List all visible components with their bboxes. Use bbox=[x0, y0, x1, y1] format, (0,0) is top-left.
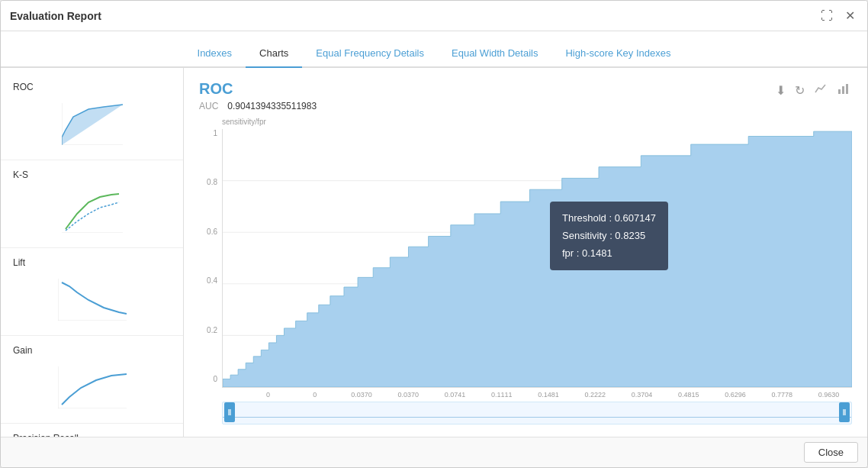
y-tick-08: 0.8 bbox=[207, 178, 217, 186]
range-handle-left[interactable] bbox=[224, 402, 235, 422]
divider-4 bbox=[1, 423, 183, 424]
x-axis: 0 0 0.0370 0.0370 0.0741 0.1111 0.1481 0… bbox=[245, 388, 852, 399]
y-tick-04: 0.4 bbox=[207, 276, 217, 285]
x-tick-037: 0.3704 bbox=[619, 391, 665, 399]
x-tick-0222: 0.2222 bbox=[572, 391, 619, 399]
auc-label: AUC bbox=[199, 101, 218, 111]
x-tick-077: 0.7778 bbox=[759, 391, 805, 399]
expand-icon[interactable]: ⛶ bbox=[818, 8, 836, 24]
tab-highscore[interactable]: High-score Key Indexes bbox=[551, 40, 684, 68]
line-chart-icon[interactable] bbox=[812, 80, 829, 100]
auc-row: AUC 0.9041394335511983 bbox=[199, 101, 852, 111]
sidebar-ks-label: K-S bbox=[13, 169, 171, 180]
close-window-icon[interactable]: ✕ bbox=[842, 8, 858, 24]
range-slider[interactable] bbox=[222, 402, 852, 424]
sidebar-gain-label: Gain bbox=[13, 345, 171, 356]
x-tick-063: 0.6296 bbox=[712, 391, 758, 399]
download-icon[interactable]: ⬇ bbox=[774, 82, 787, 99]
chart-plot[interactable]: Threshold : 0.607147 Sensitivity : 0.823… bbox=[222, 129, 852, 388]
chart-container: sensitivity/fpr 1 0.8 0.6 0.4 0.2 0 bbox=[199, 118, 852, 424]
title-bar-right: ⛶ ✕ bbox=[818, 8, 858, 24]
divider-1 bbox=[1, 160, 183, 160]
y-tick-06: 0.6 bbox=[207, 228, 217, 236]
bar-chart-icon[interactable] bbox=[835, 80, 852, 100]
chart-body: 1 0.8 0.6 0.4 0.2 0 bbox=[199, 129, 852, 399]
x-tick-0b: 0 bbox=[291, 391, 338, 399]
x-tick-0074: 0.0741 bbox=[432, 391, 478, 399]
window-title: Evaluation Report bbox=[10, 10, 101, 22]
tab-bar: Indexes Charts Equal Frequency Details E… bbox=[1, 31, 867, 68]
y-tick-1: 1 bbox=[213, 129, 217, 137]
y-axis-label: sensitivity/fpr bbox=[199, 118, 852, 126]
close-button[interactable]: Close bbox=[804, 442, 858, 463]
footer-bar: Close bbox=[1, 437, 867, 467]
title-bar: Evaluation Report ⛶ ✕ bbox=[1, 1, 867, 31]
tab-eq-freq[interactable]: Equal Frequency Details bbox=[302, 40, 438, 68]
chart-title: ROC bbox=[199, 80, 852, 98]
range-handle-right[interactable] bbox=[839, 402, 850, 422]
ks-thumbnail[interactable] bbox=[13, 185, 171, 238]
sidebar-roc-label: ROC bbox=[13, 82, 171, 92]
divider-3 bbox=[1, 335, 183, 336]
range-slider-container bbox=[199, 402, 852, 424]
roc-thumbnail[interactable] bbox=[13, 97, 171, 150]
sidebar-item-ks[interactable]: K-S bbox=[1, 163, 183, 244]
content-area: ROC K-S bbox=[1, 68, 867, 437]
y-axis: 1 0.8 0.6 0.4 0.2 0 bbox=[199, 129, 222, 399]
x-tick-0037b: 0.0370 bbox=[385, 391, 432, 399]
x-tick-0037a: 0.0370 bbox=[338, 391, 384, 399]
tab-indexes[interactable]: Indexes bbox=[184, 40, 246, 68]
range-slider-line bbox=[223, 417, 851, 418]
x-tick-096: 0.9630 bbox=[805, 391, 852, 399]
sidebar-lift-label: Lift bbox=[13, 257, 171, 268]
sidebar-item-roc[interactable]: ROC bbox=[1, 76, 183, 157]
x-tick-0148: 0.1481 bbox=[525, 391, 571, 399]
y-tick-0: 0 bbox=[213, 375, 217, 383]
sidebar-item-pr[interactable]: Precision Recall bbox=[1, 427, 183, 437]
sidebar-item-lift[interactable]: Lift bbox=[1, 251, 183, 332]
tab-charts[interactable]: Charts bbox=[246, 40, 302, 68]
x-tick-0a: 0 bbox=[245, 391, 291, 399]
sidebar: ROC K-S bbox=[1, 68, 184, 437]
tab-eq-width[interactable]: Equal Width Details bbox=[438, 40, 551, 68]
sidebar-item-gain[interactable]: Gain bbox=[1, 339, 183, 420]
main-window: Evaluation Report ⛶ ✕ Indexes Charts Equ… bbox=[0, 0, 868, 468]
x-tick-048: 0.4815 bbox=[665, 391, 712, 399]
gain-thumbnail[interactable] bbox=[13, 360, 171, 414]
y-tick-02: 0.2 bbox=[207, 326, 217, 334]
main-chart-area: ⬇ ↻ ROC AUC 0.904139433 bbox=[184, 68, 867, 437]
lift-thumbnail[interactable] bbox=[13, 273, 171, 326]
x-tick-0111: 0.1111 bbox=[478, 391, 525, 399]
title-bar-left: Evaluation Report bbox=[10, 10, 101, 22]
chart-toolbar: ⬇ ↻ bbox=[774, 80, 852, 100]
svg-rect-10 bbox=[842, 86, 844, 94]
svg-rect-11 bbox=[846, 84, 848, 94]
x-axis-container: 0 0 0.0370 0.0370 0.0741 0.1111 0.1481 0… bbox=[222, 388, 852, 399]
svg-rect-9 bbox=[838, 89, 841, 94]
refresh-icon[interactable]: ↻ bbox=[793, 82, 806, 99]
auc-value: 0.9041394335511983 bbox=[227, 101, 317, 111]
divider-2 bbox=[1, 247, 183, 248]
